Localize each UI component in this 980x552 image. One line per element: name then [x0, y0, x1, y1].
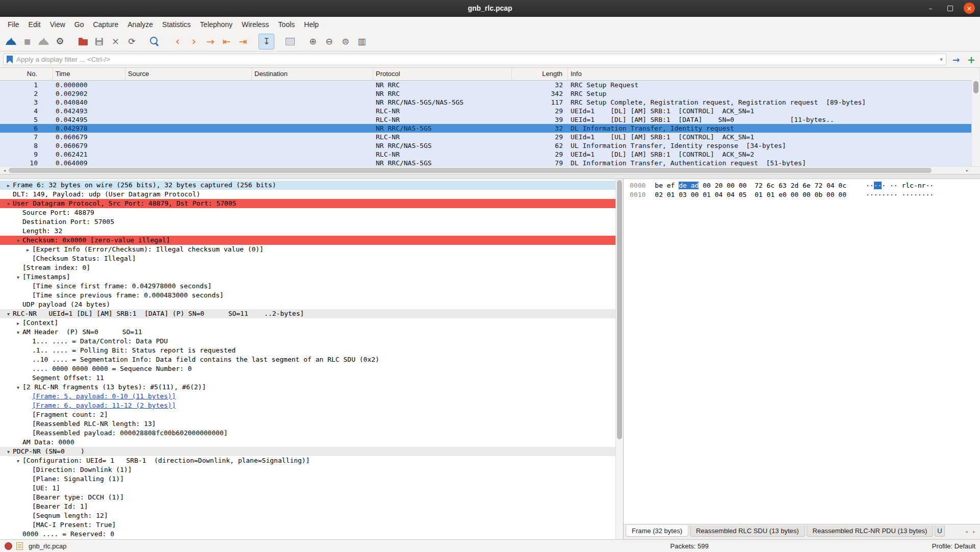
- auto-scroll-button[interactable]: ↧: [259, 34, 274, 49]
- detail-link-line[interactable]: [Frame: 5, payload: 0-10 (11 bytes)]: [0, 392, 616, 401]
- colorize-packets-button[interactable]: [282, 34, 297, 49]
- filter-apply-button[interactable]: →: [949, 55, 963, 65]
- collapse-arrow-icon[interactable]: ▾: [14, 236, 22, 245]
- packet-row[interactable]: 50.042495RLC-NR39UEId=1 [DL] [AM] SRB:1 …: [0, 115, 972, 124]
- packet-row[interactable]: 60.042978NR RRC/NAS-5GS32DL Information …: [0, 124, 972, 133]
- detail-line[interactable]: AM Data: 0000: [0, 438, 616, 447]
- display-filter-input[interactable]: Apply a display filter ... <Ctrl-/> ▾: [3, 54, 946, 65]
- packet-list-vscrollbar[interactable]: [971, 80, 980, 167]
- detail-line[interactable]: DLT: 149, Payload: udp (User Datagram Pr…: [0, 190, 616, 199]
- detail-line[interactable]: [Reassembled payload: 000028808fc00b6020…: [0, 429, 616, 438]
- detail-line[interactable]: [Plane: Signalling (1)]: [0, 474, 616, 484]
- detail-line[interactable]: 0000 .... = Reserved: 0: [0, 530, 616, 539]
- go-forward-button[interactable]: ›: [187, 34, 201, 49]
- detail-line[interactable]: ▸[Expert Info (Error/Checksum): Illegal …: [0, 245, 616, 254]
- detail-line[interactable]: Length: 32: [0, 227, 616, 236]
- detail-line[interactable]: [MAC-I Present: True]: [0, 520, 616, 530]
- details-vscrollbar[interactable]: [615, 179, 623, 539]
- detail-line[interactable]: [Checksum Status: Illegal]: [0, 254, 616, 263]
- hscroll-left-arrow-icon[interactable]: ◂: [1, 167, 8, 174]
- packet-row[interactable]: 10.000000NR RRC32RRC Setup Request: [0, 81, 972, 89]
- collapse-arrow-icon[interactable]: ▾: [14, 383, 22, 392]
- byte-view-tab[interactable]: Reassembled RLC-NR PDU (13 bytes): [807, 525, 934, 537]
- maximize-button[interactable]: [944, 3, 956, 14]
- byte-view-tab[interactable]: Frame (32 bytes): [626, 525, 688, 537]
- detail-line[interactable]: UDP payload (24 bytes): [0, 300, 616, 309]
- filter-bookmark-icon[interactable]: [7, 56, 13, 64]
- packet-list-vscroll-thumb[interactable]: [973, 81, 978, 93]
- start-capture-button[interactable]: [4, 34, 18, 49]
- title-bar[interactable]: gnb_rlc.pcap –×: [0, 0, 980, 17]
- column-header-destination[interactable]: Destination: [252, 68, 373, 80]
- detail-line[interactable]: ▾[Configuration: UEId= 1 SRB-1 (directio…: [0, 456, 616, 465]
- stop-capture-button[interactable]: ■: [20, 34, 35, 49]
- menu-item-tools[interactable]: Tools: [274, 17, 300, 32]
- hex-selected-bytes[interactable]: de ad: [679, 182, 699, 189]
- detail-line[interactable]: ..10 .... = Segmentation Info: Data fiel…: [0, 355, 616, 364]
- zoom-out-button[interactable]: ⊖: [322, 34, 337, 49]
- menu-item-help[interactable]: Help: [299, 17, 323, 32]
- menu-item-analyze[interactable]: Analyze: [123, 17, 158, 32]
- hex-byte-segment[interactable]: 02 01 03 00 01 04 04 05 01 01 e0 00 00 0…: [655, 191, 846, 198]
- tab-scroll-left-button[interactable]: ◂: [963, 528, 970, 535]
- detail-line[interactable]: ▾[Timestamps]: [0, 272, 616, 282]
- detail-line[interactable]: [Reassembled RLC-NR length: 13]: [0, 419, 616, 429]
- hex-ascii[interactable]: ····· ·· rlc-nr··: [866, 182, 934, 189]
- menu-item-wireless[interactable]: Wireless: [237, 17, 274, 32]
- open-capture-file-button[interactable]: [75, 34, 90, 49]
- expand-arrow-icon[interactable]: ▸: [23, 245, 32, 255]
- packet-row[interactable]: 80.060679NR RRC/NAS-5GS62UL Information …: [0, 141, 972, 150]
- column-header-info[interactable]: Info: [568, 68, 980, 80]
- packet-list-hscrollbar[interactable]: ◂ ▸: [0, 166, 980, 174]
- collapse-arrow-icon[interactable]: ▾: [14, 457, 22, 466]
- detail-line[interactable]: .... 0000 0000 0000 = Sequence Number: 0: [0, 364, 616, 373]
- detail-line[interactable]: Destination Port: 57005: [0, 217, 616, 227]
- filter-add-button[interactable]: +: [966, 54, 977, 65]
- column-header-protocol[interactable]: Protocol: [373, 68, 512, 80]
- collapse-arrow-icon[interactable]: ▾: [4, 310, 13, 319]
- zoom-normal-button[interactable]: ⊜: [338, 34, 353, 49]
- zoom-in-button[interactable]: ⊕: [305, 34, 320, 49]
- detail-line[interactable]: ▾[2 RLC-NR fragments (13 bytes): #5(11),…: [0, 383, 616, 392]
- detail-line[interactable]: ▾RLC-NR UEId=1 [DL] [AM] SRB:1 [DATA] (P…: [0, 309, 616, 318]
- expand-arrow-icon[interactable]: ▸: [4, 181, 13, 190]
- tab-scroll-right-button[interactable]: ▸: [971, 528, 977, 535]
- expert-info-icon[interactable]: [5, 542, 12, 550]
- detail-line[interactable]: [Stream index: 0]: [0, 263, 616, 272]
- column-header-no[interactable]: No.: [0, 68, 53, 80]
- column-header-length[interactable]: Length: [512, 68, 568, 80]
- column-header-source[interactable]: Source: [125, 68, 252, 80]
- pane-splitter[interactable]: [0, 174, 980, 179]
- packet-row[interactable]: 30.040840NR RRC/NAS-5GS/NAS-5GS117RRC Se…: [0, 98, 972, 107]
- detail-link-line[interactable]: [Frame: 6, payload: 11-12 (2 bytes)]: [0, 401, 616, 410]
- ascii-segment[interactable]: ········ ········: [866, 191, 934, 198]
- hex-bytes[interactable]: 02 01 03 00 01 04 04 05 01 01 e0 00 00 0…: [655, 191, 846, 198]
- packet-row[interactable]: 70.060679RLC-NR29UEId=1 [UL] [AM] SRB:1 …: [0, 133, 972, 141]
- detail-line[interactable]: .... 0000 0000 0000 = Seq Num: 0: [0, 539, 616, 539]
- menu-item-go[interactable]: Go: [70, 17, 89, 32]
- hex-byte-segment[interactable]: 00 20 00 00 72 6c 63 2d 6e 72 04 0c: [699, 182, 846, 189]
- resize-columns-button[interactable]: ▥: [354, 34, 369, 49]
- hex-view[interactable]: 0000be ef de ad 00 20 00 00 72 6c 63 2d …: [624, 179, 980, 524]
- menu-item-statistics[interactable]: Statistics: [158, 17, 195, 32]
- packet-list-hscroll-thumb[interactable]: [9, 168, 932, 173]
- go-back-button[interactable]: ‹: [170, 34, 185, 49]
- detail-line[interactable]: Source Port: 48879: [0, 208, 616, 217]
- hex-byte-segment[interactable]: be ef: [655, 182, 679, 189]
- detail-line[interactable]: ▾Checksum: 0x0000 [zero-value illegal]: [0, 236, 616, 245]
- find-packet-button[interactable]: [147, 34, 162, 49]
- detail-line[interactable]: [Seqnum length: 12]: [0, 511, 616, 520]
- detail-line[interactable]: .1.. .... = Polling Bit: Status report i…: [0, 346, 616, 355]
- detail-line[interactable]: 1... .... = Data/Control: Data PDU: [0, 337, 616, 346]
- status-profile[interactable]: Profile: Default: [932, 542, 975, 550]
- byte-view-tab[interactable]: Reassembled RLC SDU (13 bytes): [690, 525, 805, 537]
- collapse-arrow-icon[interactable]: ▾: [14, 328, 22, 337]
- restart-capture-button[interactable]: [36, 34, 51, 49]
- menu-item-capture[interactable]: Capture: [88, 17, 123, 32]
- detail-line[interactable]: [Bearer type: DCCH (1)]: [0, 493, 616, 502]
- detail-line[interactable]: [Fragment count: 2]: [0, 410, 616, 419]
- close-capture-file-button[interactable]: ×: [108, 34, 123, 49]
- detail-line[interactable]: Segment Offset: 11: [0, 373, 616, 383]
- go-last-packet-button[interactable]: ⇥: [236, 34, 250, 49]
- detail-line[interactable]: [UE: 1]: [0, 484, 616, 493]
